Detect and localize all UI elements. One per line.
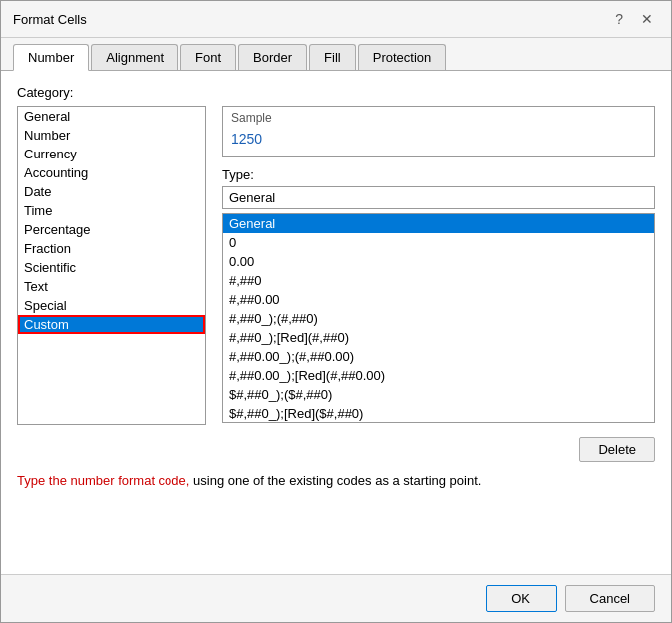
delete-button[interactable]: Delete (579, 437, 655, 462)
category-item[interactable]: Scientific (18, 258, 205, 277)
format-item[interactable]: 0.00 (223, 252, 654, 271)
category-item[interactable]: Percentage (18, 220, 205, 239)
close-button[interactable]: ✕ (635, 9, 659, 29)
format-cells-dialog: Format Cells ? ✕ NumberAlignmentFontBord… (0, 0, 672, 623)
tab-number[interactable]: Number (13, 44, 89, 71)
right-panel: Sample 1250 Type: General00.00#,##0#,##0… (222, 106, 655, 462)
category-item[interactable]: Fraction (18, 239, 205, 258)
format-item[interactable]: #,##0_);[Red](#,##0) (223, 328, 654, 347)
tab-content: Category: GeneralNumberCurrencyAccountin… (1, 71, 671, 574)
sample-label: Sample (231, 111, 646, 125)
category-list-container[interactable]: GeneralNumberCurrencyAccountingDateTimeP… (17, 106, 206, 425)
help-text: Type the number format code, using one o… (17, 471, 655, 491)
type-label: Type: (222, 167, 655, 182)
sample-box: Sample 1250 (222, 106, 655, 157)
format-item[interactable]: 0 (223, 233, 654, 252)
format-item[interactable]: #,##0.00 (223, 290, 654, 309)
tab-fill[interactable]: Fill (309, 44, 356, 70)
category-item[interactable]: Accounting (18, 163, 205, 182)
help-text-normal: using one of the existing codes as a sta… (189, 473, 481, 488)
category-item[interactable]: Special (18, 296, 205, 315)
footer: OK Cancel (1, 574, 671, 622)
dialog-title: Format Cells (13, 12, 87, 27)
format-list-container[interactable]: General00.00#,##0#,##0.00#,##0_);(#,##0)… (222, 213, 655, 423)
sample-value: 1250 (231, 129, 646, 149)
format-item[interactable]: $#,##0_);($#,##0) (223, 385, 654, 404)
category-item[interactable]: Number (18, 126, 205, 145)
format-item[interactable]: General (223, 214, 654, 233)
format-item[interactable]: $#,##0_);[Red]($#,##0) (223, 404, 654, 423)
cancel-button[interactable]: Cancel (565, 585, 655, 612)
category-item[interactable]: Text (18, 277, 205, 296)
main-layout: GeneralNumberCurrencyAccountingDateTimeP… (17, 106, 655, 462)
category-label: Category: (17, 85, 655, 100)
format-item[interactable]: #,##0_);(#,##0) (223, 309, 654, 328)
ok-button[interactable]: OK (486, 585, 557, 612)
category-item[interactable]: General (18, 107, 205, 126)
tabs-bar: NumberAlignmentFontBorderFillProtection (1, 38, 671, 71)
format-item[interactable]: #,##0.00_);(#,##0.00) (223, 347, 654, 366)
tab-protection[interactable]: Protection (358, 44, 447, 70)
format-item[interactable]: #,##0.00_);[Red](#,##0.00) (223, 366, 654, 385)
category-item[interactable]: Custom (18, 315, 205, 334)
category-panel: GeneralNumberCurrencyAccountingDateTimeP… (17, 106, 206, 462)
category-list: GeneralNumberCurrencyAccountingDateTimeP… (18, 107, 205, 334)
category-item[interactable]: Date (18, 182, 205, 201)
help-text-colored: Type the number format code, (17, 473, 189, 488)
format-item[interactable]: #,##0 (223, 271, 654, 290)
title-controls: ? ✕ (609, 9, 659, 29)
category-item[interactable]: Time (18, 201, 205, 220)
tab-font[interactable]: Font (180, 44, 236, 70)
type-section: Type: General00.00#,##0#,##0.00#,##0_);(… (222, 167, 655, 423)
title-bar: Format Cells ? ✕ (1, 1, 671, 38)
type-input[interactable] (222, 186, 655, 209)
delete-row: Delete (222, 437, 655, 462)
category-item[interactable]: Currency (18, 145, 205, 163)
format-list: General00.00#,##0#,##0.00#,##0_);(#,##0)… (223, 214, 654, 423)
tab-border[interactable]: Border (238, 44, 307, 70)
help-button[interactable]: ? (609, 9, 629, 29)
tab-alignment[interactable]: Alignment (91, 44, 178, 70)
